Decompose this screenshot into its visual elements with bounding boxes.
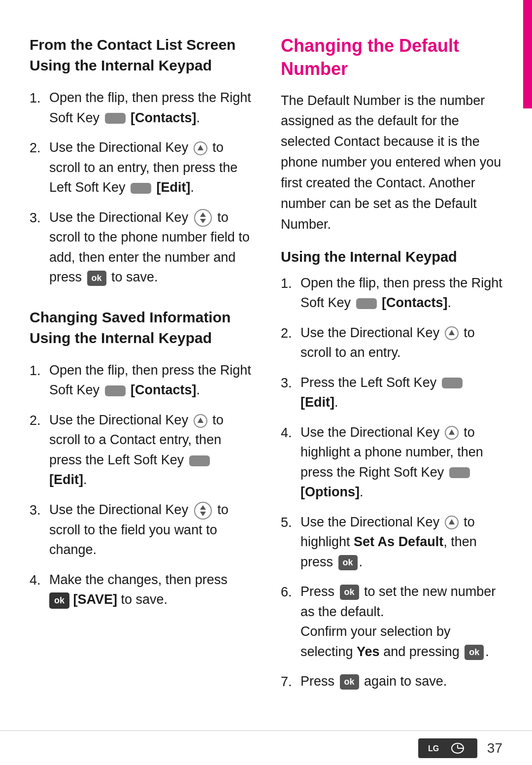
dir-updown-icon xyxy=(194,501,212,520)
page-number: 37 xyxy=(487,740,502,756)
soft-key-icon xyxy=(442,378,463,388)
list-item-content: Open the flip, then press the Right Soft… xyxy=(300,273,502,313)
footer-logo: LG xyxy=(418,738,477,758)
options-label: [Options] xyxy=(300,485,360,499)
list-item-content: Use the Directional Key to highlight a p… xyxy=(300,422,502,502)
list-item-content: Press ok to set the new number as the de… xyxy=(300,582,502,661)
right-col-heading: Changing the Default Number xyxy=(281,35,502,81)
list-item-content: Use the Directional Key to scroll to a C… xyxy=(49,410,251,490)
svg-marker-13 xyxy=(449,429,455,435)
list-item: Use the Directional Key to scroll to a C… xyxy=(30,410,251,490)
svg-marker-1 xyxy=(198,145,203,150)
contacts-label: [Contacts] xyxy=(131,382,197,397)
logo-svg: LG xyxy=(423,741,472,756)
svg-marker-9 xyxy=(200,512,206,516)
dir-up-icon xyxy=(444,515,459,530)
edit-label: [Edit] xyxy=(300,395,334,410)
svg-point-2 xyxy=(195,209,211,226)
svg-point-7 xyxy=(195,502,211,519)
left-col: From the Contact List Screen Using the I… xyxy=(30,30,251,686)
save-ok-icon: ok xyxy=(49,592,69,609)
svg-marker-4 xyxy=(200,219,206,223)
list-item-content: Use the Directional Key to scroll to the… xyxy=(49,208,251,287)
dir-up-icon xyxy=(444,326,459,341)
list-item: Use the Directional Key to scroll to the… xyxy=(30,500,251,560)
contacts-label: [Contacts] xyxy=(382,295,448,310)
list-item: Make the changes, then press ok [SAVE] t… xyxy=(30,570,251,610)
list-item-content: Use the Directional Key to scroll to an … xyxy=(49,138,251,198)
dir-up-icon xyxy=(193,414,208,428)
list-item: Open the flip, then press the Right Soft… xyxy=(281,273,502,313)
list-item: Use the Directional Key to highlight Set… xyxy=(281,512,502,572)
dir-up-icon xyxy=(193,141,208,156)
list-item-content: Press ok again to save. xyxy=(300,671,502,692)
yes-label: Yes xyxy=(357,644,380,659)
contacts-label: [Contacts] xyxy=(131,110,197,125)
list-item: Use the Directional Key to highlight a p… xyxy=(281,422,502,502)
right-col-list: Open the flip, then press the Right Soft… xyxy=(281,273,502,692)
soft-key-icon xyxy=(356,298,377,309)
footer: LG 37 xyxy=(0,730,532,765)
soft-key-icon xyxy=(105,385,126,396)
list-item: Use the Directional Key to scroll to the… xyxy=(30,208,251,287)
svg-marker-3 xyxy=(200,212,206,217)
accent-bar xyxy=(523,0,532,108)
svg-marker-6 xyxy=(198,417,203,423)
list-item-content: Use the Directional Key to scroll to an … xyxy=(300,323,502,363)
soft-key-icon xyxy=(105,113,126,124)
soft-key-icon xyxy=(449,467,470,478)
dir-up-icon xyxy=(444,425,459,440)
list-item-content: Make the changes, then press ok [SAVE] t… xyxy=(49,570,251,610)
page-container: From the Contact List Screen Using the I… xyxy=(0,0,532,765)
section2-list: Open the flip, then press the Right Soft… xyxy=(30,360,251,610)
ok-button-icon: ok xyxy=(87,271,106,286)
two-col-layout: From the Contact List Screen Using the I… xyxy=(30,30,502,686)
list-item: Press ok to set the new number as the de… xyxy=(281,582,502,661)
list-item-content: Open the flip, then press the Right Soft… xyxy=(49,360,251,400)
list-item-content: Use the Directional Key to scroll to the… xyxy=(49,500,251,560)
list-item: Use the Directional Key to scroll to an … xyxy=(30,138,251,198)
right-col: Changing the Default Number The Default … xyxy=(281,30,502,686)
svg-text:LG: LG xyxy=(428,744,439,753)
ok-button-icon: ok xyxy=(338,555,358,570)
subheading-internal-keypad: Using the Internal Keypad xyxy=(281,249,502,265)
edit-label: [Edit] xyxy=(157,180,191,195)
ok-button-icon: ok xyxy=(465,645,484,660)
svg-marker-8 xyxy=(200,505,206,510)
soft-key-icon xyxy=(131,183,151,194)
ok-button-icon: ok xyxy=(340,674,359,690)
svg-marker-15 xyxy=(449,519,455,524)
list-item: Use the Directional Key to scroll to an … xyxy=(281,323,502,363)
list-item-content: Press the Left Soft Key [Edit]. xyxy=(300,373,502,413)
list-item: Open the flip, then press the Right Soft… xyxy=(30,360,251,400)
list-item: Open the flip, then press the Right Soft… xyxy=(30,88,251,128)
list-item-content: Open the flip, then press the Right Soft… xyxy=(49,88,251,128)
list-item: Press ok again to save. xyxy=(281,671,502,692)
list-item-content: Use the Directional Key to highlight Set… xyxy=(300,512,502,572)
save-label: [SAVE] xyxy=(73,592,118,607)
section1-heading: From the Contact List Screen Using the I… xyxy=(30,35,251,76)
set-as-default-label: Set As Default xyxy=(354,534,443,549)
section2-heading: Changing Saved Information Using the Int… xyxy=(30,307,251,348)
edit-label: [Edit] xyxy=(49,472,83,487)
section1-list: Open the flip, then press the Right Soft… xyxy=(30,88,251,287)
intro-paragraph: The Default Number is the number assigne… xyxy=(281,91,502,235)
soft-key-icon xyxy=(189,455,210,466)
list-item: Press the Left Soft Key [Edit]. xyxy=(281,373,502,413)
dir-updown-icon xyxy=(194,209,212,227)
svg-marker-11 xyxy=(449,330,455,335)
ok-button-icon: ok xyxy=(340,585,359,600)
